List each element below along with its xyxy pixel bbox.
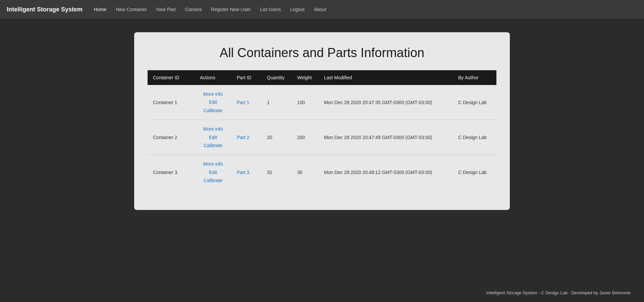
nav-link-new-container[interactable]: New Container: [111, 4, 152, 15]
action-more-info-link[interactable]: More info: [203, 160, 223, 168]
table-header-part-id: Part ID: [231, 70, 262, 85]
table-header-quantity: Quantity: [262, 70, 292, 85]
weight-cell: 200: [292, 120, 319, 155]
last-modified-cell: Mon Dec 28 2020 20:47:35 GMT-0300 (GMT-0…: [319, 85, 453, 120]
nav-link-new-part[interactable]: New Part: [152, 4, 180, 15]
actions-cell: More infoEditCalibrate: [195, 155, 231, 190]
table-header-weight: Weight: [292, 70, 319, 85]
container-id-cell: Container 2: [148, 120, 195, 155]
action-edit-link[interactable]: Edit: [209, 134, 217, 141]
quantity-cell: 32: [262, 155, 292, 190]
container-id-cell: Container 1: [148, 85, 195, 120]
table-header-last-modified: Last Modified: [319, 70, 453, 85]
nav-links: HomeNew ContainerNew PartCameraRegister …: [89, 4, 331, 15]
table-header-row: Container IDActionsPart IDQuantityWeight…: [148, 70, 496, 85]
last-modified-cell: Mon Dec 28 2020 20:48:12 GMT-0300 (GMT-0…: [319, 155, 453, 190]
nav-link-register-new-user[interactable]: Register New User: [206, 4, 255, 15]
navbar: Intelligent Storage System HomeNew Conta…: [0, 0, 644, 19]
table-body: Container 1More infoEditCalibratePart 11…: [148, 85, 496, 190]
by-author-cell: C Design Lab: [453, 120, 496, 155]
by-author-cell: C Design Lab: [453, 155, 496, 190]
actions-cell: More infoEditCalibrate: [195, 85, 231, 120]
table-header: Container IDActionsPart IDQuantityWeight…: [148, 70, 496, 85]
action-edit-link[interactable]: Edit: [209, 98, 217, 106]
table-header-by-author: By Author: [453, 70, 496, 85]
quantity-cell: 1: [262, 85, 292, 120]
content-card: All Containers and Parts Information Con…: [134, 32, 510, 210]
table-row: Container 1More infoEditCalibratePart 11…: [148, 85, 496, 120]
main-content: All Containers and Parts Information Con…: [0, 19, 644, 284]
footer-text: Intelligent Storage System - C Design La…: [486, 290, 631, 295]
page-title: All Containers and Parts Information: [148, 46, 496, 60]
last-modified-cell: Mon Dec 28 2020 20:47:49 GMT-0300 (GMT-0…: [319, 120, 453, 155]
action-calibrate-link[interactable]: Calibrate: [204, 107, 222, 114]
table-header-container-id: Container ID: [148, 70, 195, 85]
nav-link-list-users[interactable]: List Users: [255, 4, 285, 15]
weight-cell: 30: [292, 155, 319, 190]
part-id-link[interactable]: Part 3: [237, 170, 249, 175]
action-calibrate-link[interactable]: Calibrate: [204, 142, 222, 149]
app-brand: Intelligent Storage System: [7, 6, 83, 13]
weight-cell: 100: [292, 85, 319, 120]
part-id-link[interactable]: Part 2: [237, 135, 249, 140]
nav-link-logout[interactable]: Logout: [285, 4, 309, 15]
footer: Intelligent Storage System - C Design La…: [0, 284, 644, 302]
container-id-cell: Container 3: [148, 155, 195, 190]
nav-link-about[interactable]: About: [309, 4, 331, 15]
action-more-info-link[interactable]: More info: [203, 90, 223, 98]
part-id-cell: Part 2: [231, 120, 262, 155]
nav-link-camera[interactable]: Camera: [180, 4, 207, 15]
action-edit-link[interactable]: Edit: [209, 169, 217, 176]
table-row: Container 2More infoEditCalibratePart 22…: [148, 120, 496, 155]
part-id-cell: Part 3: [231, 155, 262, 190]
nav-link-home[interactable]: Home: [89, 4, 111, 15]
by-author-cell: C Design Lab: [453, 85, 496, 120]
quantity-cell: 20: [262, 120, 292, 155]
action-more-info-link[interactable]: More info: [203, 125, 223, 133]
table-header-actions: Actions: [195, 70, 231, 85]
action-calibrate-link[interactable]: Calibrate: [204, 177, 222, 184]
actions-cell: More infoEditCalibrate: [195, 120, 231, 155]
table-row: Container 3More infoEditCalibratePart 33…: [148, 155, 496, 190]
part-id-link[interactable]: Part 1: [237, 100, 249, 105]
data-table: Container IDActionsPart IDQuantityWeight…: [148, 70, 496, 190]
part-id-cell: Part 1: [231, 85, 262, 120]
